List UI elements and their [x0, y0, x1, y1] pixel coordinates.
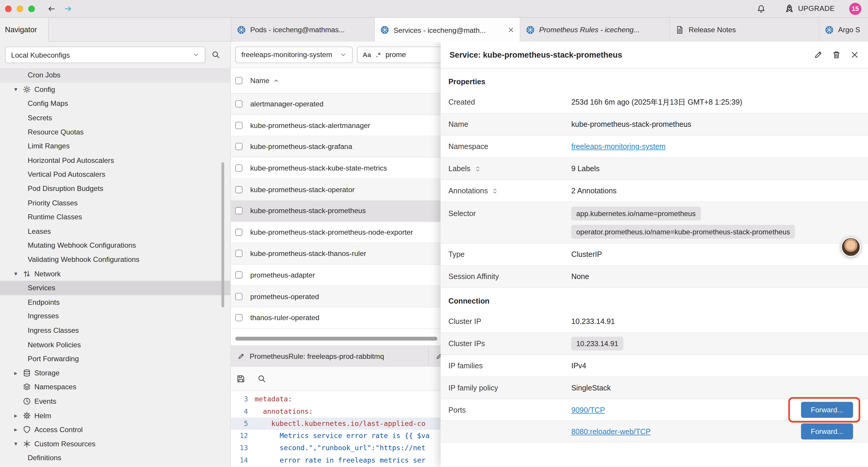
bell-icon[interactable]: [756, 4, 766, 13]
table-row-kube-prometheus-stack-alertmanager[interactable]: kube-prometheus-stack-alertmanager: [231, 115, 440, 136]
sidebar-item-events[interactable]: Events: [0, 394, 230, 408]
window-close-button[interactable]: [5, 5, 11, 12]
detail-row-created: Created 253d 16h 6m ago (2025年1月13日 GMT+…: [440, 91, 868, 114]
sidebar-item-mutating-webhook-configurations[interactable]: Mutating Webhook Configurations: [0, 238, 230, 253]
tab-argo[interactable]: Argo S: [819, 18, 868, 42]
sidebar-item-runtime-classes[interactable]: Runtime Classes: [0, 210, 230, 224]
sidebar-item-ingress-classes[interactable]: Ingress Classes: [0, 323, 230, 338]
port-link[interactable]: 9090/TCP: [571, 406, 605, 414]
row-checkbox[interactable]: [235, 271, 242, 279]
regex-toggle[interactable]: .*: [376, 51, 380, 58]
row-label: Name: [448, 120, 571, 128]
table-row-prometheus-adapter[interactable]: prometheus-adapter: [231, 265, 440, 286]
sidebar-item-endpoints[interactable]: Endpoints: [0, 295, 230, 309]
sidebar-item-storage[interactable]: ▸Storage: [0, 366, 230, 380]
row-checkbox[interactable]: [235, 100, 242, 108]
sidebar-item-ingresses[interactable]: Ingresses: [0, 309, 230, 323]
chevron-down-icon[interactable]: ▾: [11, 440, 20, 447]
row-checkbox[interactable]: [235, 186, 242, 193]
row-checkbox[interactable]: [235, 143, 242, 150]
expand-toggle-icon[interactable]: [474, 165, 481, 172]
port-forward-button[interactable]: Forward...: [801, 402, 853, 418]
sidebar-item-resource-quotas[interactable]: Resource Quotas: [0, 125, 230, 139]
editor-search-icon[interactable]: [257, 374, 266, 383]
floating-avatar[interactable]: [841, 237, 861, 257]
forward-icon[interactable]: [64, 4, 72, 13]
delete-icon[interactable]: [832, 51, 841, 59]
search-icon[interactable]: [212, 51, 220, 59]
row-checkbox[interactable]: [235, 314, 242, 321]
sidebar-item-leases[interactable]: Leases: [0, 224, 230, 238]
dock-tab-partial[interactable]: [429, 346, 440, 366]
chevron-down-icon[interactable]: ▾: [11, 86, 20, 93]
chevron-right-icon[interactable]: ▸: [11, 369, 20, 376]
name-column-header[interactable]: Name: [250, 77, 279, 85]
horizontal-scrollbar[interactable]: [235, 337, 437, 341]
sidebar-item-config[interactable]: ▾Config: [0, 82, 230, 96]
sidebar-scrollbar[interactable]: [221, 162, 224, 308]
row-checkbox[interactable]: [235, 229, 242, 236]
sidebar-item-access-control[interactable]: ▸Access Control: [0, 422, 230, 437]
table-row-kube-prometheus-stack-thanos-ruler[interactable]: kube-prometheus-stack-thanos-ruler: [231, 243, 440, 265]
sidebar-item-services[interactable]: Services: [0, 281, 230, 295]
yaml-editor[interactable]: 3metadata:4 annotations:5 kubectl.kubern…: [231, 391, 440, 467]
select-all-checkbox[interactable]: [235, 77, 242, 84]
window-maximize-button[interactable]: [28, 5, 35, 12]
tab-pods[interactable]: Pods - icecheng@mathmas...: [231, 18, 375, 42]
row-checkbox[interactable]: [235, 250, 242, 257]
table-row-kube-prometheus-stack-kube-state-metrics[interactable]: kube-prometheus-stack-kube-state-metrics: [231, 158, 440, 179]
sidebar-item-vertical-pod-autoscalers[interactable]: Vertical Pod Autoscalers: [0, 167, 230, 181]
row-checkbox[interactable]: [235, 293, 242, 300]
port-link[interactable]: 8080:reloader-web/TCP: [571, 428, 651, 436]
sidebar-item-horizontal-pod-autoscalers[interactable]: Horizontal Pod Autoscalers: [0, 153, 230, 167]
sidebar-item-cron-jobs[interactable]: Cron Jobs: [0, 68, 230, 82]
sidebar-item-pod-disruption-budgets[interactable]: Pod Disruption Budgets: [0, 181, 230, 196]
edit-icon[interactable]: [814, 51, 823, 59]
chevron-right-icon[interactable]: ▸: [11, 426, 20, 433]
window-minimize-button[interactable]: [17, 5, 23, 12]
sidebar-item-port-forwarding[interactable]: Port Forwarding: [0, 352, 230, 366]
kubeconfig-selector[interactable]: Local Kubeconfigs: [5, 47, 205, 63]
upgrade-button[interactable]: UPGRADE: [784, 4, 835, 13]
table-row-kube-prometheus-stack-operator[interactable]: kube-prometheus-stack-operator: [231, 179, 440, 200]
sidebar-item-config-maps[interactable]: Config Maps: [0, 96, 230, 111]
table-row-kube-prometheus-stack-prometheus-node-exporter[interactable]: kube-prometheus-stack-prometheus-node-ex…: [231, 222, 440, 243]
table-row-thanos-ruler-operated[interactable]: thanos-ruler-operated: [231, 308, 440, 329]
sidebar-item-network-policies[interactable]: Network Policies: [0, 338, 230, 352]
dock-tab-prometheusrule[interactable]: PrometheusRule: freeleaps-prod-rabbitmq: [231, 346, 429, 366]
sidebar-item-priority-classes[interactable]: Priority Classes: [0, 196, 230, 210]
row-value: 10.233.14.91: [571, 317, 615, 326]
table-row-kube-prometheus-stack-grafana[interactable]: kube-prometheus-stack-grafana: [231, 136, 440, 157]
table-row-kube-prometheus-stack-prometheus[interactable]: kube-prometheus-stack-prometheus: [231, 200, 440, 222]
sidebar-item-limit-ranges[interactable]: Limit Ranges: [0, 139, 230, 153]
sidebar-item-validating-webhook-configurations[interactable]: Validating Webhook Configurations: [0, 253, 230, 267]
row-checkbox[interactable]: [235, 165, 242, 172]
sidebar-item-definitions[interactable]: Definitions: [0, 451, 230, 465]
close-icon[interactable]: [850, 51, 859, 59]
sidebar-item-custom-resources[interactable]: ▾Custom Resources: [0, 437, 230, 451]
row-checkbox[interactable]: [235, 207, 242, 214]
tab-services[interactable]: Services - icecheng@math...: [375, 18, 521, 42]
port-forward-button[interactable]: Forward...: [801, 423, 853, 439]
tab-prometheus-rules[interactable]: Prometheus Rules - icecheng...: [520, 18, 670, 42]
row-checkbox[interactable]: [235, 122, 242, 129]
expand-toggle-icon[interactable]: [492, 187, 498, 194]
namespace-link[interactable]: freeleaps-monitoring-system: [571, 143, 665, 151]
sidebar-item-helm[interactable]: ▸Helm: [0, 408, 230, 422]
notification-count-badge[interactable]: 15: [849, 2, 861, 14]
table-row-prometheus-operated[interactable]: prometheus-operated: [231, 286, 440, 307]
navigator-header[interactable]: Navigator: [0, 18, 49, 42]
search-input[interactable]: Aa .* prome: [357, 46, 441, 63]
table-row-alertmanager-operated[interactable]: alertmanager-operated: [231, 94, 440, 115]
namespace-selector[interactable]: freeleaps-monitoring-system: [235, 46, 352, 63]
chevron-down-icon[interactable]: ▾: [11, 270, 20, 277]
tab-release-notes[interactable]: Release Notes: [670, 18, 819, 42]
sidebar-item-network[interactable]: ▾Network: [0, 267, 230, 281]
back-icon[interactable]: [47, 4, 56, 13]
tab-close-icon[interactable]: [507, 27, 514, 33]
save-icon[interactable]: [236, 374, 245, 383]
match-case-toggle[interactable]: Aa: [363, 51, 371, 58]
chevron-right-icon[interactable]: ▸: [11, 412, 20, 419]
sidebar-item-namespaces[interactable]: Namespaces: [0, 380, 230, 394]
sidebar-item-secrets[interactable]: Secrets: [0, 111, 230, 125]
